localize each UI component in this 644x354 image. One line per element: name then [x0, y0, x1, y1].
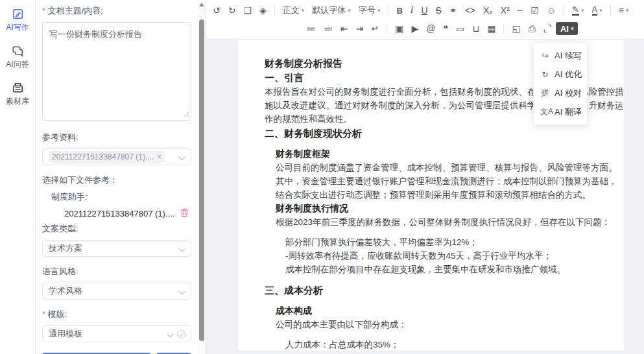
style-select[interactable]: 学术风格	[42, 283, 191, 300]
caret-down-icon: ▾	[348, 7, 351, 14]
ai-menu-item[interactable]: ↪AI 续写	[534, 46, 587, 65]
superscript-button: X²	[501, 6, 510, 15]
video-icon[interactable]: ▶	[407, 21, 422, 36]
highlight-color-dropdown: ✎	[572, 5, 579, 16]
doc-text-line: 成本控制在部分项目中存在超支现象，主要集中在研发和市场推广领域。	[265, 263, 619, 276]
doc-type-value: 技术方案	[49, 242, 82, 254]
bold-button: B	[396, 6, 402, 15]
topic-input[interactable]: 写一份财务制度分析报告	[42, 22, 191, 121]
subscript-button[interactable]: X₂	[479, 3, 497, 18]
bullet-list-icon[interactable]: ≔	[303, 21, 320, 36]
reference-file-name: 2021122715133847807 (1)....	[64, 209, 174, 218]
ai-menu-item[interactable]: ↻AI 优化	[534, 65, 587, 84]
template-label: 模版:	[42, 309, 191, 320]
doc-text-line: 其中，资金管理主要通过银行账户管理和现金流预测进行；成本控制以部门预算为基础，	[265, 174, 619, 188]
inline-code-icon[interactable]: <>	[461, 3, 479, 18]
paragraph-style-dropdown-label: 正文	[283, 5, 300, 16]
eraser-icon: ◈	[259, 6, 267, 15]
ai-menu-item[interactable]: 拼AI 校对	[534, 84, 587, 102]
paragraph-style-dropdown[interactable]: 正文▾	[279, 3, 309, 18]
font-size-dropdown-label: 字号	[359, 5, 376, 16]
print-icon[interactable]: ⎙	[525, 21, 540, 36]
blockquote-icon[interactable]: ❝	[439, 21, 452, 36]
caret-down-icon: ▾	[599, 7, 602, 14]
nav-item-label: AI写作	[6, 22, 29, 33]
horizontal-rule-icon[interactable]: ┄	[514, 3, 527, 18]
undo-icon[interactable]: ↺	[209, 3, 224, 18]
doc-heading: 二、财务制度现状分析	[265, 126, 619, 141]
style-value: 学术风格	[49, 285, 82, 297]
video-icon: ▶	[411, 24, 418, 33]
reference-select[interactable]: 2021122715133847807 (1).... ×	[42, 148, 191, 165]
text-wrap-icon: ↵	[371, 24, 379, 33]
nav-item-ai-qa[interactable]: AI问答	[6, 45, 29, 70]
nav-item-material-library[interactable]: 素材库	[6, 82, 29, 107]
undo-icon: ↺	[213, 6, 221, 15]
outdent-icon: ⇤	[340, 24, 348, 33]
delete-file-icon[interactable]	[180, 208, 189, 219]
italic-button[interactable]: I	[407, 3, 418, 18]
scrollbar-thumb[interactable]	[199, 19, 204, 341]
divider-icon[interactable]: ▭	[452, 21, 468, 36]
horizontal-rule-icon: ┄	[518, 6, 523, 15]
font-color-dropdown[interactable]: A▾	[588, 3, 606, 18]
reference-tag: 2021122715133847807 (1).... ×	[49, 151, 165, 163]
font-family-dropdown[interactable]: 默认字体▾	[308, 3, 355, 18]
strikethrough-button[interactable]: S	[432, 3, 446, 18]
doc-type-select[interactable]: 技术方案	[42, 240, 191, 257]
doc-spacer	[265, 298, 619, 304]
doc-text-line: 公司的成本主要由以下部分构成：	[265, 318, 619, 331]
image-icon[interactable]: ▣	[391, 21, 407, 36]
font-family-dropdown-label: 默认字体	[312, 5, 346, 16]
link-icon[interactable]: ⚭	[446, 3, 461, 18]
font-size-dropdown[interactable]: 字号▾	[355, 3, 385, 18]
template-select[interactable]: 通用模板	[42, 325, 191, 342]
bold-button[interactable]: B	[392, 3, 406, 18]
check-circle-icon	[177, 330, 185, 338]
ordered-list-icon[interactable]: ≕	[320, 21, 337, 36]
ai-translate-icon: 文A	[540, 106, 550, 117]
image-icon: ▣	[395, 24, 403, 33]
form-scrollbar[interactable]	[198, 0, 206, 354]
superscript-button[interactable]: X²	[497, 3, 514, 18]
highlight-color-dropdown[interactable]: ✎▾	[568, 3, 588, 18]
tag-close-icon[interactable]: ×	[157, 152, 161, 161]
subscript-button: X₂	[483, 6, 493, 15]
task-list-icon[interactable]: ☑	[527, 3, 543, 18]
ai-menu-item[interactable]: 文AAI 翻译	[534, 102, 587, 121]
code-block-icon[interactable]: ⊔	[468, 21, 483, 36]
indent-icon[interactable]: ⇥	[352, 21, 368, 36]
nav-item-label: 素材库	[6, 96, 29, 107]
doc-heading: 财务制度执行情况	[265, 202, 619, 215]
caret-down-icon: ▾	[377, 7, 381, 14]
redo-icon[interactable]: ↻	[224, 3, 240, 18]
fullscreen-icon[interactable]: ⌞⌝	[540, 21, 556, 36]
editor-toolbar: ↺↻❏◈正文▾默认字体▾字号▾BIUS⚭<>X₂X²┄☑☺✎▾A▾≡▾ ≔≕⇤⇥…	[206, 0, 644, 40]
format-painter-icon: ❏	[243, 6, 252, 15]
attachment-icon[interactable]: @	[422, 21, 439, 36]
outdent-icon[interactable]: ⇤	[337, 21, 352, 36]
eraser-icon[interactable]: ◈	[256, 3, 270, 18]
doc-heading: 三、成本分析	[265, 283, 619, 298]
ai-dropdown-label: AI	[560, 24, 569, 34]
ai-continue-icon: ↪	[540, 51, 550, 60]
attachment-icon: @	[426, 24, 435, 33]
chevron-down-icon	[179, 154, 185, 161]
nav-item-ai-write[interactable]: AI写作	[6, 8, 29, 33]
format-painter-icon[interactable]: ❏	[239, 3, 256, 18]
page-setup-icon[interactable]: ◱	[508, 21, 524, 36]
indent-icon: ⇥	[356, 24, 364, 33]
style-label: 语言风格:	[42, 266, 191, 277]
doc-text-line: -周转效率有待提高，应收账款周转天数为45天，高于行业平均水平；	[265, 249, 619, 263]
text-wrap-icon[interactable]: ↵	[367, 21, 383, 36]
scroll-up-arrow-icon[interactable]	[199, 3, 204, 6]
table-icon[interactable]: ▦	[483, 21, 499, 36]
ai-dropdown[interactable]: AI▾	[556, 22, 578, 35]
doc-heading: 成本构成	[265, 304, 619, 318]
emoji-icon[interactable]: ☺	[543, 3, 560, 18]
doc-spacer	[265, 276, 619, 283]
toolbar-separator	[388, 5, 388, 16]
material-library-icon	[12, 82, 24, 94]
underline-button[interactable]: U	[417, 3, 431, 18]
alignment-dropdown[interactable]: ≡▾	[615, 3, 633, 18]
